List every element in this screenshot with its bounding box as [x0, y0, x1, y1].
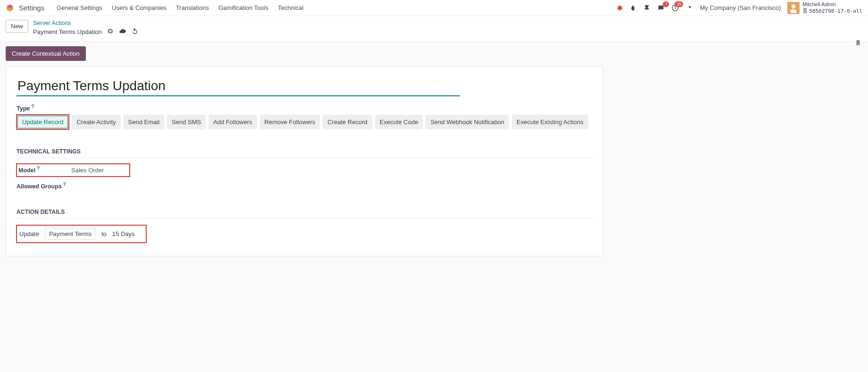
type-option-existing-actions[interactable]: Execute Existing Actions [512, 115, 588, 129]
model-label: Model ? [18, 167, 71, 174]
discard-icon[interactable] [131, 27, 139, 36]
user-name: Mitchell Admin [802, 1, 862, 8]
bookmark-icon[interactable] [855, 39, 861, 49]
to-word: to [101, 230, 107, 237]
type-options: Update Record Create Activity Send Email… [17, 115, 592, 129]
breadcrumb-current: Payment Terms Updation [33, 28, 102, 35]
action-name-input[interactable] [17, 77, 460, 96]
db-line: 🗄 58502798-17-0-all [802, 8, 862, 15]
model-value[interactable]: Sales Order [71, 167, 104, 174]
type-option-create-activity[interactable]: Create Activity [72, 115, 120, 129]
support-icon[interactable] [643, 4, 651, 12]
form-card: Type ? Update Record Create Activity Sen… [6, 67, 603, 256]
svg-rect-5 [791, 9, 797, 13]
menu-general-settings[interactable]: General Settings [52, 4, 107, 11]
help-icon[interactable]: ? [37, 166, 40, 171]
cloud-save-icon[interactable] [119, 27, 126, 36]
svg-point-4 [792, 4, 796, 8]
update-field-chip[interactable]: Payment Terms [45, 228, 96, 240]
type-option-execute-code[interactable]: Execute Code [375, 115, 423, 129]
menu-users-companies[interactable]: Users & Companies [107, 4, 171, 11]
new-button[interactable]: New [6, 20, 28, 33]
model-row: Model ? Sales Order [17, 164, 130, 177]
breadcrumb-parent[interactable]: Server Actions [33, 20, 139, 26]
section-technical-settings: TECHNICAL SETTINGS [17, 148, 592, 158]
content-area: Create Contextual Action Type ? Update R… [0, 42, 609, 261]
update-value[interactable]: 15 Days [112, 230, 135, 237]
top-navbar: Settings General Settings Users & Compan… [0, 0, 868, 16]
menu-technical[interactable]: Technical [273, 4, 308, 11]
type-option-remove-followers[interactable]: Remove Followers [260, 115, 320, 129]
type-option-create-record[interactable]: Create Record [323, 115, 372, 129]
messages-icon[interactable]: 7 [657, 4, 665, 12]
create-contextual-action-button[interactable]: Create Contextual Action [6, 46, 86, 61]
type-option-send-sms[interactable]: Send SMS [167, 115, 206, 129]
activities-icon[interactable]: 39 [671, 4, 679, 12]
type-option-update-record[interactable]: Update Record [17, 116, 68, 128]
update-line: Update Payment Terms to 15 Days [17, 225, 146, 243]
recording-indicator-icon[interactable] [618, 6, 622, 10]
company-selector[interactable]: My Company (San Francisco) [700, 4, 781, 11]
type-option-send-email[interactable]: Send Email [124, 115, 164, 129]
avatar-icon [787, 2, 800, 14]
breadcrumb-bar: New Server Actions Payment Terms Updatio… [0, 16, 868, 42]
gear-icon[interactable] [107, 27, 114, 36]
type-label: Type ? [17, 105, 34, 112]
allowed-groups-label: Allowed Groups ? [17, 183, 66, 190]
tools-icon[interactable] [685, 4, 693, 12]
help-icon[interactable]: ? [31, 104, 34, 109]
menu-gamification[interactable]: Gamification Tools [214, 4, 273, 11]
bug-icon[interactable] [629, 4, 636, 12]
navbar-right: 7 39 My Company (San Francisco) Mitchell… [618, 1, 862, 15]
messages-badge: 7 [663, 1, 669, 7]
type-option-add-followers[interactable]: Add Followers [209, 115, 257, 129]
user-info: Mitchell Admin 🗄 58502798-17-0-all [802, 1, 862, 15]
odoo-logo-icon [6, 4, 14, 12]
user-menu[interactable]: Mitchell Admin 🗄 58502798-17-0-all [787, 1, 862, 15]
menu-translations[interactable]: Translations [171, 4, 214, 11]
update-word: Update [19, 230, 39, 237]
app-name[interactable]: Settings [19, 4, 44, 12]
activities-badge: 39 [675, 1, 683, 7]
help-icon[interactable]: ? [63, 182, 66, 187]
allowed-groups-row: Allowed Groups ? [17, 183, 592, 190]
type-option-webhook[interactable]: Send Webhook Notification [426, 115, 509, 129]
section-action-details: ACTION DETAILS [17, 209, 592, 219]
